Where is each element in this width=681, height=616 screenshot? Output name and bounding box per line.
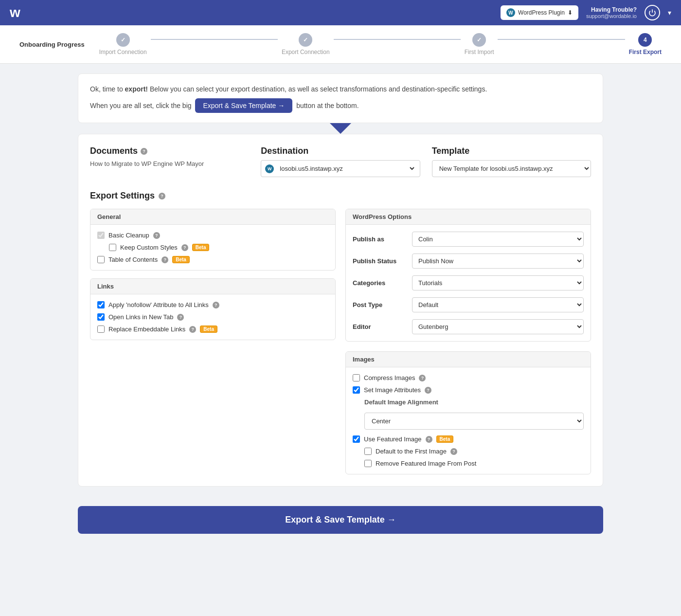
step-label-3: First Import xyxy=(465,49,494,55)
step-line-2 xyxy=(334,39,461,40)
keep-custom-help[interactable]: ? xyxy=(181,244,188,251)
set-image-attributes-checkbox[interactable] xyxy=(353,386,360,394)
wp-options-header: WordPress Options xyxy=(346,209,591,225)
trouble-email: support@wordable.io xyxy=(586,13,637,19)
nofollow-label: Apply 'nofollow' Attribute to All Links xyxy=(108,301,209,308)
toc-help[interactable]: ? xyxy=(161,256,168,263)
onboarding-label: Onboarding Progress xyxy=(19,41,85,48)
alignment-select[interactable]: Left Center Right None xyxy=(364,413,584,430)
documents-help-icon[interactable]: ? xyxy=(141,148,147,155)
use-featured-beta: Beta xyxy=(436,435,454,443)
documents-section: Documents ? How to Migrate to WP Engine … xyxy=(90,146,249,167)
editor-select[interactable]: Gutenberg Classic xyxy=(412,319,584,334)
left-settings: General Basic Cleanup ? Keep Custom Styl… xyxy=(90,209,336,474)
categories-row: Categories Tutorials xyxy=(353,275,584,290)
template-select[interactable]: New Template for losobi.us5.instawp.xyz xyxy=(432,160,591,177)
info-export-button[interactable]: Export & Save Template → xyxy=(195,98,292,113)
publish-as-select-wrapper: Colin xyxy=(412,232,584,247)
replace-embeddable-label: Replace Embeddable Links xyxy=(108,326,185,333)
set-image-attr-row: Set Image Attributes ? xyxy=(353,386,584,394)
step-circle-4: 4 xyxy=(638,33,652,47)
main-content: Ok, time to export! Below you can select… xyxy=(63,64,618,496)
links-body: Apply 'nofollow' Attribute to All Links … xyxy=(90,294,335,340)
categories-select-wrapper: Tutorials xyxy=(412,275,584,290)
arrow-pointer xyxy=(78,123,603,134)
alignment-label: Default Image Alignment xyxy=(364,399,584,406)
header: w W WordPress Plugin ⬇ Having Trouble? s… xyxy=(0,0,681,25)
remove-featured-checkbox[interactable] xyxy=(364,460,372,467)
nofollow-help[interactable]: ? xyxy=(213,302,219,308)
images-header: Images xyxy=(346,352,591,367)
download-icon: ⬇ xyxy=(568,9,573,16)
header-trouble: Having Trouble? support@wordable.io xyxy=(586,6,637,19)
logo: w xyxy=(10,5,20,20)
basic-cleanup-label: Basic Cleanup xyxy=(108,232,149,239)
replace-emb-beta: Beta xyxy=(200,326,217,333)
use-featured-image-checkbox[interactable] xyxy=(353,435,360,443)
progress-bar: Onboarding Progress ✓ Import Connection … xyxy=(0,25,681,64)
trouble-title: Having Trouble? xyxy=(586,6,637,13)
editor-label: Editor xyxy=(353,323,406,330)
set-image-attributes-label: Set Image Attributes xyxy=(364,386,421,394)
export-settings-title: Export Settings ? xyxy=(90,191,591,201)
destination-section: Destination W losobi.us5.instawp.xyz xyxy=(261,146,420,177)
power-icon[interactable] xyxy=(645,5,660,20)
destination-select-wrapper: W losobi.us5.instawp.xyz xyxy=(261,160,420,177)
nofollow-checkbox[interactable] xyxy=(97,301,105,308)
wp-options-body: Publish as Colin Publish Status xyxy=(346,225,591,341)
keep-custom-styles-checkbox[interactable] xyxy=(109,244,116,251)
info-box: Ok, time to export! Below you can select… xyxy=(78,73,603,123)
general-panel: General Basic Cleanup ? Keep Custom Styl… xyxy=(90,209,336,271)
document-name: How to Migrate to WP Engine WP Mayor xyxy=(90,160,249,167)
new-tab-checkbox[interactable] xyxy=(97,313,105,321)
basic-cleanup-help[interactable]: ? xyxy=(153,232,160,239)
post-type-select[interactable]: Default xyxy=(412,297,584,312)
settings-grid: General Basic Cleanup ? Keep Custom Styl… xyxy=(90,209,591,474)
export-save-template-button[interactable]: Export & Save Template → xyxy=(78,506,603,534)
publish-status-select[interactable]: Publish Now Draft xyxy=(412,254,584,269)
post-type-select-wrapper: Default xyxy=(412,297,584,312)
step-line-3 xyxy=(498,39,625,40)
keep-custom-styles-label: Keep Custom Styles xyxy=(120,244,178,251)
categories-select[interactable]: Tutorials xyxy=(412,275,584,290)
main-card: Documents ? How to Migrate to WP Engine … xyxy=(78,134,603,487)
new-tab-help[interactable]: ? xyxy=(177,314,184,321)
step-4: 4 First Export xyxy=(629,33,662,55)
compress-images-label: Compress Images xyxy=(364,374,415,381)
default-first-image-label: Default to the First Image xyxy=(376,448,447,455)
step-1: ✓ Import Connection xyxy=(99,33,147,55)
documents-title: Documents ? xyxy=(90,146,249,156)
set-image-attr-help[interactable]: ? xyxy=(425,387,431,394)
destination-select[interactable]: losobi.us5.instawp.xyz xyxy=(276,161,415,177)
default-first-help[interactable]: ? xyxy=(450,448,457,455)
wp-plugin-button[interactable]: W WordPress Plugin ⬇ xyxy=(501,5,578,20)
compress-images-help[interactable]: ? xyxy=(419,375,426,381)
export-settings-help-icon[interactable]: ? xyxy=(159,193,165,199)
chevron-down-icon[interactable]: ▾ xyxy=(668,9,671,17)
default-first-image-checkbox[interactable] xyxy=(364,448,372,455)
new-tab-label: Open Links in New Tab xyxy=(108,313,173,321)
new-tab-row: Open Links in New Tab ? xyxy=(97,313,328,321)
replace-embeddable-checkbox[interactable] xyxy=(97,326,105,333)
use-featured-help[interactable]: ? xyxy=(426,436,432,443)
replace-emb-help[interactable]: ? xyxy=(189,326,196,333)
categories-label: Categories xyxy=(353,279,406,287)
publish-status-select-wrapper: Publish Now Draft xyxy=(412,254,584,269)
toc-label: Table of Contents xyxy=(108,256,158,263)
basic-cleanup-checkbox xyxy=(97,232,105,239)
publish-status-label: Publish Status xyxy=(353,257,406,265)
toc-checkbox[interactable] xyxy=(97,256,105,263)
right-settings: WordPress Options Publish as Colin Publi xyxy=(345,209,591,474)
compress-images-checkbox[interactable] xyxy=(353,374,360,381)
step-line-1 xyxy=(151,39,278,40)
use-featured-image-row: Use Featured Image ? Beta xyxy=(353,435,584,443)
ddt-row: Documents ? How to Migrate to WP Engine … xyxy=(90,146,591,177)
editor-select-wrapper: Gutenberg Classic xyxy=(412,319,584,334)
general-body: Basic Cleanup ? Keep Custom Styles ? Bet… xyxy=(90,225,335,270)
publish-as-select[interactable]: Colin xyxy=(412,232,584,247)
keep-custom-beta: Beta xyxy=(192,244,210,251)
step-label-1: Import Connection xyxy=(99,49,147,55)
compress-images-row: Compress Images ? xyxy=(353,374,584,381)
template-title: Template xyxy=(432,146,591,156)
replace-embeddable-row: Replace Embeddable Links ? Beta xyxy=(97,326,328,333)
